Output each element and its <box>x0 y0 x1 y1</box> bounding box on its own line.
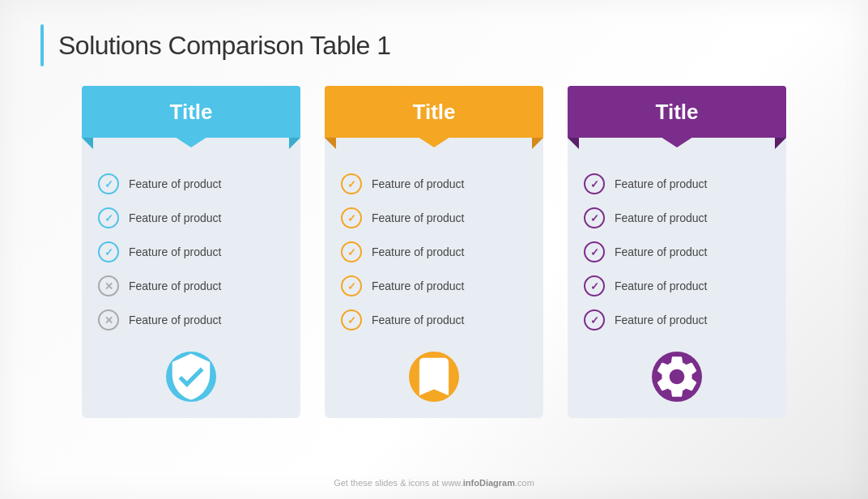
check-yes-icon: ✓ <box>584 275 605 296</box>
card-purple-title: Title <box>656 100 699 125</box>
list-item: ✓ Feature of product <box>338 303 530 337</box>
feature-text: Feature of product <box>615 313 707 326</box>
card-orange: Title ✓ Feature of product ✓ Feature of … <box>325 86 543 418</box>
card-orange-features: ✓ Feature of product ✓ Feature of produc… <box>325 159 543 337</box>
feature-text: Feature of product <box>129 313 221 326</box>
check-yes-icon: ✓ <box>341 207 362 228</box>
page-title: Solutions Comparison Table 1 <box>58 31 391 61</box>
footer-brand: infoDiagram <box>463 478 515 488</box>
footer: Get these slides & icons at www.infoDiag… <box>334 478 534 488</box>
list-item: ✕ Feature of product <box>95 269 287 303</box>
header: Solutions Comparison Table 1 <box>40 24 828 66</box>
feature-text: Feature of product <box>372 177 464 190</box>
list-item: ✓ Feature of product <box>338 201 530 235</box>
list-item: ✓ Feature of product <box>581 235 773 269</box>
list-item: ✓ Feature of product <box>95 167 287 201</box>
feature-text: Feature of product <box>615 245 707 258</box>
check-yes-icon: ✓ <box>584 309 605 331</box>
card-banner-orange: Title <box>325 86 543 138</box>
card-purple: Title ✓ Feature of product ✓ Feature of … <box>568 86 786 418</box>
feature-text: Feature of product <box>372 279 464 292</box>
list-item: ✓ Feature of product <box>581 303 773 337</box>
list-item: ✓ Feature of product <box>581 167 773 201</box>
feature-text: Feature of product <box>372 245 464 258</box>
check-no-icon: ✕ <box>98 309 119 331</box>
check-yes-icon: ✓ <box>98 241 119 262</box>
check-yes-icon: ✓ <box>98 207 119 228</box>
list-item: ✓ Feature of product <box>338 269 530 303</box>
list-item: ✓ Feature of product <box>581 201 773 235</box>
feature-text: Feature of product <box>129 279 221 292</box>
card-blue-icon <box>166 352 216 402</box>
check-yes-icon: ✓ <box>341 173 362 194</box>
footer-text-after: .com <box>515 478 534 488</box>
check-yes-icon: ✓ <box>584 173 605 194</box>
card-purple-features: ✓ Feature of product ✓ Feature of produc… <box>568 159 786 337</box>
gear-icon <box>652 352 702 402</box>
feature-text: Feature of product <box>615 279 707 292</box>
feature-text: Feature of product <box>129 245 221 258</box>
check-yes-icon: ✓ <box>584 241 605 262</box>
check-yes-icon: ✓ <box>341 309 362 331</box>
list-item: ✕ Feature of product <box>95 303 287 337</box>
feature-text: Feature of product <box>129 177 221 190</box>
check-yes-icon: ✓ <box>584 207 605 228</box>
feature-text: Feature of product <box>615 211 707 224</box>
feature-text: Feature of product <box>615 177 707 190</box>
card-orange-icon <box>409 352 459 402</box>
shield-icon <box>166 352 216 402</box>
card-banner-purple: Title <box>568 86 786 138</box>
slide: Solutions Comparison Table 1 Title ✓ Fea… <box>0 0 868 499</box>
list-item: ✓ Feature of product <box>338 167 530 201</box>
feature-text: Feature of product <box>372 211 464 224</box>
card-orange-title: Title <box>413 100 456 125</box>
card-banner-blue: Title <box>82 86 300 138</box>
card-blue: Title ✓ Feature of product ✓ Feature of … <box>82 86 300 418</box>
feature-text: Feature of product <box>129 211 221 224</box>
list-item: ✓ Feature of product <box>338 235 530 269</box>
list-item: ✓ Feature of product <box>581 269 773 303</box>
feature-text: Feature of product <box>372 313 464 326</box>
card-purple-icon <box>652 352 702 402</box>
check-no-icon: ✕ <box>98 275 119 296</box>
list-item: ✓ Feature of product <box>95 235 287 269</box>
card-blue-features: ✓ Feature of product ✓ Feature of produc… <box>82 159 300 337</box>
bookmark-icon <box>409 352 459 402</box>
cards-container: Title ✓ Feature of product ✓ Feature of … <box>40 86 828 418</box>
check-yes-icon: ✓ <box>341 275 362 296</box>
card-blue-title: Title <box>170 100 213 125</box>
footer-text-before: Get these slides & icons at www. <box>334 478 463 488</box>
check-yes-icon: ✓ <box>341 241 362 262</box>
list-item: ✓ Feature of product <box>95 201 287 235</box>
check-yes-icon: ✓ <box>98 173 119 194</box>
header-accent-bar <box>40 24 44 66</box>
